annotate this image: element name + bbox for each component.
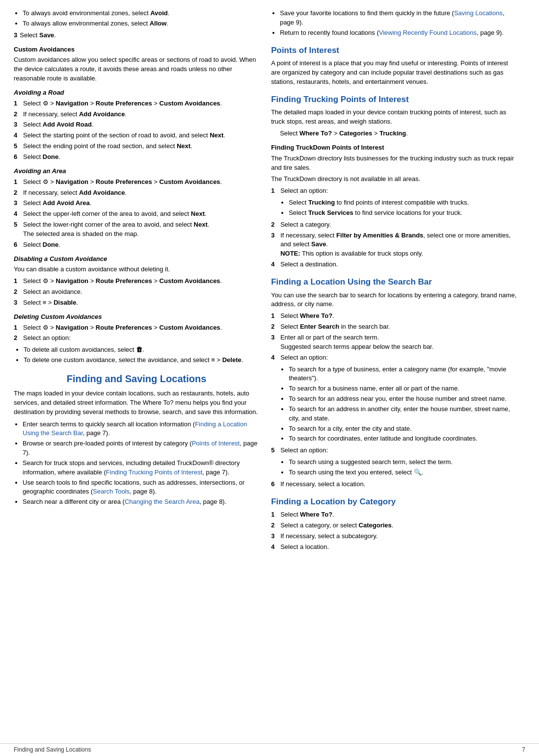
list-item: Save your favorite locations to find the… (280, 9, 516, 27)
step-item: 3Select Add Avoid Area. (14, 199, 259, 208)
truckdown-steps: 1Select an option: (271, 186, 516, 196)
search-option-list: To search for a type of business, enter … (289, 365, 516, 444)
truckdown-desc1: The TruckDown directory lists businesses… (271, 154, 516, 173)
list-item: To always avoid environmental zones, sel… (23, 9, 259, 18)
finding-methods-list: Enter search terms to quickly search all… (23, 420, 259, 507)
search-bar-link[interactable]: Finding a Location Using the Search Bar (23, 420, 247, 437)
disabling-avoidance-desc: You can disable a custom avoidance witho… (14, 265, 259, 274)
save-return-list: Save your favorite locations to find the… (280, 9, 516, 38)
right-column: Save your favorite locations to find the… (271, 9, 516, 738)
poi-desc: A point of interest is a place that you … (271, 59, 516, 87)
step-item: 2Select an option: (14, 334, 259, 343)
list-item: To delete one custom avoidance, select t… (24, 356, 259, 365)
poi-link[interactable]: Points of Interest (192, 440, 240, 447)
list-item: Enter search terms to quickly search all… (23, 420, 259, 439)
step-item: 1Select ⚙ > Navigation > Route Preferenc… (14, 277, 259, 286)
page-container: To always avoid environmental zones, sel… (0, 0, 539, 756)
custom-avoidances-heading: Custom Avoidances (14, 45, 259, 54)
trucking-select-instruction: Select Where To? > Categories > Trucking… (280, 129, 516, 138)
step-item: 5Select the lower-right corner of the ar… (14, 220, 259, 239)
list-item: To search for a type of business, enter … (289, 365, 516, 384)
trucking-poi-section-title: Finding Trucking Points of Interest (271, 94, 516, 106)
step-item: 4Select an option: (271, 353, 516, 363)
disabling-avoidance-header: Disabling a Custom Avoidance (14, 255, 259, 264)
finding-saving-desc: The maps loaded in your device contain l… (14, 389, 259, 417)
avoiding-area-steps: 1Select ⚙ > Navigation > Route Preferenc… (14, 178, 259, 250)
search-option-list-2: To search using a suggested search term,… (289, 458, 516, 477)
list-item: Return to recently found locations (View… (280, 28, 516, 38)
step-content: Select Save. (20, 31, 56, 40)
step-item: 2Select Enter Search in the search bar. (271, 322, 516, 332)
avoiding-area-header: Avoiding an Area (14, 167, 259, 176)
by-category-section-title: Finding a Location by Category (271, 496, 516, 508)
list-item: To always allow environmental zones, sel… (23, 19, 259, 28)
by-category-steps: 1Select Where To?. 2Select a category, o… (271, 510, 516, 551)
step-item: 1Select Where To?. (271, 312, 516, 321)
search-tools-link[interactable]: Search Tools (93, 488, 130, 495)
list-item: Select Truck Services to find service lo… (289, 209, 516, 218)
step-item: 3If necessary, select a subcategory. (271, 532, 516, 541)
step-item: 5Select the ending point of the road sec… (14, 142, 259, 151)
step-item: 4Select a location. (271, 543, 516, 552)
step-item: 2If necessary, select Add Avoidance. (14, 110, 259, 119)
step-item: 2If necessary, select Add Avoidance. (14, 188, 259, 198)
step-item: 2Select a category. (271, 220, 516, 230)
step-item: 1Select ⚙ > Navigation > Route Preferenc… (14, 178, 259, 187)
step-item: 1Select Where To?. (271, 510, 516, 520)
search-steps-continued: 5Select an option: (271, 446, 516, 455)
step-num: 3 (14, 31, 17, 40)
avoid-zones-list: To always avoid environmental zones, sel… (23, 9, 259, 28)
step-item: 6If necessary, select a location. (271, 480, 516, 489)
step-item: 2Select a category, or select Categories… (271, 521, 516, 530)
trucking-poi-desc: The detailed maps loaded in your device … (271, 108, 516, 127)
search-bar-section-title: Finding a Location Using the Search Bar (271, 276, 516, 288)
footer-bar: Finding and Saving Locations 7 (0, 743, 539, 756)
change-area-link[interactable]: Changing the Search Area (125, 498, 200, 505)
truckdown-option-list: Select Trucking to find points of intere… (289, 198, 516, 218)
step-item: 4Select the upper-left corner of the are… (14, 209, 259, 219)
step-save: 3 Select Save. (14, 31, 259, 40)
step-item: 1Select ⚙ > Navigation > Route Preferenc… (14, 99, 259, 108)
list-item: To search for coordinates, enter latitud… (289, 434, 516, 443)
step-item: 4Select a destination. (271, 260, 516, 269)
step-item: 1Select an option: (271, 186, 516, 196)
deleting-avoidances-steps: 1Select ⚙ > Navigation > Route Preferenc… (14, 323, 259, 343)
recently-found-link[interactable]: Viewing Recently Found Locations (379, 29, 477, 36)
search-steps-final: 6If necessary, select a location. (271, 480, 516, 489)
list-item: To search for an address in another city… (289, 405, 516, 423)
list-item: To search for a business name, enter all… (289, 384, 516, 393)
list-item: To delete all custom avoidances, select … (24, 345, 259, 355)
trucking-poi-link[interactable]: Finding Trucking Points of Interest (106, 469, 203, 476)
saving-locations-link[interactable]: Saving Locations (454, 9, 503, 17)
step-item: 1Select ⚙ > Navigation > Route Preferenc… (14, 323, 259, 333)
step-item: 5Select an option: (271, 446, 516, 455)
search-bar-desc: You can use the search bar to search for… (271, 291, 516, 310)
avoiding-road-steps: 1Select ⚙ > Navigation > Route Preferenc… (14, 99, 259, 162)
list-item: To search for a city, enter the city and… (289, 424, 516, 434)
content-area: To always avoid environmental zones, sel… (0, 0, 539, 743)
poi-section-title: Points of Interest (271, 45, 516, 57)
step-item: 6Select Done. (14, 153, 259, 162)
deleting-avoidances-header: Deleting Custom Avoidances (14, 313, 259, 322)
truckdown-poi-subsection-title: Finding TruckDown Points of Interest (271, 143, 516, 153)
truckdown-steps-continued: 2Select a category. 3If necessary, selec… (271, 220, 516, 269)
step-item: 3If necessary, select Filter by Amenitie… (271, 231, 516, 259)
list-item: Select Trucking to find points of intere… (289, 198, 516, 208)
disabling-avoidance-steps: 1Select ⚙ > Navigation > Route Preferenc… (14, 277, 259, 308)
step-item: 3Enter all or part of the search term.Su… (271, 333, 516, 352)
custom-avoidances-desc: Custom avoidances allow you select speci… (14, 55, 259, 83)
footer-right: 7 (522, 746, 525, 754)
list-item: Browse or search pre-loaded points of in… (23, 439, 259, 458)
truckdown-desc2: The TruckDown directory is not available… (271, 175, 516, 184)
left-column: To always avoid environmental zones, sel… (14, 9, 259, 738)
step-item: 3Select ≡ > Disable. (14, 298, 259, 308)
search-bar-steps: 1Select Where To?. 2Select Enter Search … (271, 312, 516, 362)
list-item: Use search tools to find specific locati… (23, 478, 259, 497)
footer-left: Finding and Saving Locations (14, 746, 91, 754)
list-item: To search using the text you entered, se… (289, 468, 516, 477)
list-item: Search near a different city or area (Ch… (23, 497, 259, 507)
finding-saving-heading: Finding and Saving Locations (14, 372, 259, 386)
delete-options-list: To delete all custom avoidances, select … (24, 345, 259, 365)
list-item: To search using a suggested search term,… (289, 458, 516, 467)
step-item: 6Select Done. (14, 240, 259, 250)
